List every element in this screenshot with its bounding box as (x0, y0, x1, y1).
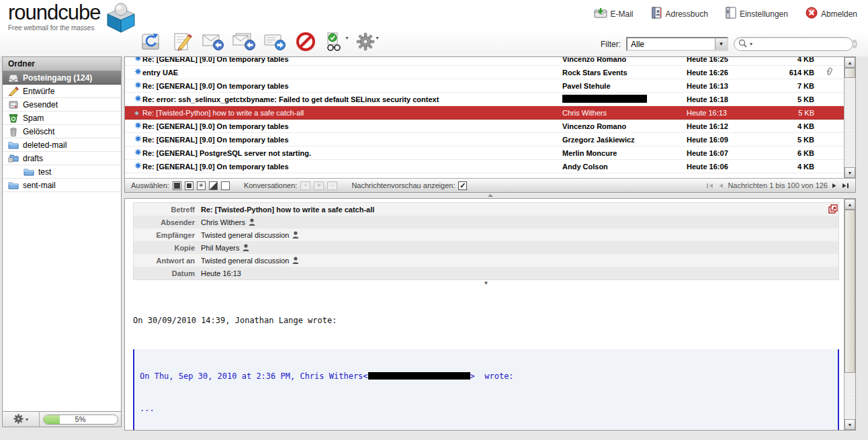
pane-splitter-handle[interactable] (124, 193, 856, 198)
last-page-icon[interactable] (842, 183, 849, 189)
open-in-new-window-icon[interactable] (828, 204, 838, 215)
mail-toolbar: ▾ ▾ (138, 31, 380, 54)
search-box[interactable]: ▾ ✕ (734, 37, 853, 51)
preview-pane-checkbox[interactable]: ✓ (458, 181, 467, 190)
collapse-headers-icon[interactable]: ▼ (133, 280, 839, 287)
scroll-thumb[interactable] (844, 68, 855, 78)
preview-scroll-down-button[interactable]: ▼ (844, 419, 855, 430)
select-all-icon[interactable] (173, 181, 181, 190)
message-row[interactable]: Re: error: ssh_selinux_getctxbyname: Fai… (125, 93, 844, 106)
collapse-all-threads-icon[interactable]: − (327, 181, 337, 190)
next-page-icon[interactable] (832, 183, 838, 189)
reply-all-button[interactable] (231, 31, 257, 54)
message-row[interactable]: entry UAE Rock Stars Events Heute 16:26 … (125, 66, 844, 79)
message-size: 4 KB (764, 122, 814, 130)
filter-label: Filter: (601, 40, 621, 49)
message-row[interactable]: Re: [Twisted-Python] how to write a safe… (125, 106, 844, 120)
search-scope-caret-icon[interactable]: ▾ (750, 41, 752, 47)
folder-icon (7, 140, 19, 150)
contact-person-icon[interactable] (292, 231, 299, 238)
mark-messages-button[interactable]: ▾ (324, 31, 349, 54)
more-actions-caret-icon: ▾ (376, 35, 378, 41)
search-clear-icon[interactable]: ✕ (852, 40, 857, 48)
message-row[interactable]: Re: [GENERAL] [9.0] On temporary tables … (125, 133, 844, 146)
taskbar-logout-label: Abmelden (821, 9, 857, 19)
check-mail-icon (140, 32, 162, 53)
taskbar-addressbook-button[interactable]: Adressbuch (651, 7, 708, 21)
header-field-row: Absender Chris Withers (134, 216, 838, 228)
select-unread-icon[interactable]: ✳ (197, 181, 206, 190)
message-subject: Re: [Twisted-Python] how to write a safe… (142, 109, 562, 117)
scroll-up-button[interactable]: ▲ (844, 57, 855, 68)
taskbar-settings-button[interactable]: Einstellungen (726, 7, 788, 21)
compose-button[interactable] (169, 31, 195, 54)
message-subject: Re: [GENERAL] [9.0] On temporary tables (142, 163, 562, 171)
scroll-down-button[interactable]: ▼ (844, 167, 855, 178)
delete-button[interactable] (293, 31, 318, 54)
message-row[interactable]: Re: [GENERAL] PostgreSQL server not star… (125, 146, 844, 160)
search-input[interactable] (754, 40, 850, 48)
contact-person-icon[interactable] (243, 244, 249, 251)
sidebar-folder-item[interactable]: Spam (3, 112, 121, 125)
reply-button[interactable] (200, 31, 226, 54)
message-row[interactable]: Re: [GENERAL] [9.0] On temporary tables … (125, 79, 844, 93)
message-date: Heute 16:12 (687, 122, 764, 130)
taskbar-email-button[interactable]: E-Mail (594, 7, 634, 20)
sidebar-folder-item[interactable]: Gesendet (3, 98, 121, 112)
select-label: Auswählen: (131, 181, 169, 189)
taskbar-logout-button[interactable]: Abmelden (806, 7, 857, 21)
folder-icon (23, 167, 34, 177)
message-subject: Re: [GENERAL] [9.0] On temporary tables (142, 122, 562, 130)
message-row[interactable]: Re: [GENERAL] [9.0] On temporary tables … (125, 120, 844, 133)
header-field-row: Datum Heute 16:13 (134, 267, 838, 279)
addressbook-icon (651, 7, 662, 21)
sidebar-folder-item[interactable]: sent-mail (3, 179, 121, 192)
message-date: Heute 16:25 (687, 57, 764, 63)
preview-scroll-track[interactable] (844, 210, 855, 419)
preview-scroll-thumb[interactable] (844, 210, 855, 373)
filter-select[interactable]: Alle ▼ (626, 37, 728, 51)
sidebar-folder-item[interactable]: deleted-mail (3, 138, 121, 152)
header-field-label: Kopie (134, 244, 201, 252)
folder-actions-button[interactable]: ▾ (3, 412, 40, 427)
sidebar-folder-item[interactable]: drafts (3, 152, 121, 165)
more-actions-button[interactable]: ▾ (355, 31, 380, 54)
filter-dropdown-button[interactable]: ▼ (715, 38, 727, 50)
message-sender: Andy Colson (562, 163, 687, 171)
header-field-value: Re: [Twisted-Python] how to write a safe… (201, 206, 374, 214)
contact-person-icon[interactable] (292, 257, 299, 264)
header-field-row: Empfänger Twisted general discussion (134, 228, 838, 241)
forward-button[interactable] (262, 31, 288, 54)
trash-icon (7, 126, 19, 137)
sidebar-folder-item[interactable]: test (3, 165, 121, 179)
expand-all-threads-icon[interactable]: + (300, 181, 310, 190)
select-current-page-icon[interactable] (185, 181, 193, 190)
preview-scroll-up-button[interactable]: ▲ (844, 199, 855, 210)
contact-person-icon[interactable] (249, 218, 255, 226)
sidebar-folder-item[interactable]: Posteingang (124) (3, 71, 121, 85)
taskbar: E-Mail Adressbuch (594, 7, 858, 21)
scroll-track[interactable] (844, 68, 855, 167)
first-page-icon[interactable] (706, 183, 713, 189)
message-row[interactable]: Re: [GENERAL] [9.0] On temporary tables … (125, 57, 844, 66)
reply-all-icon (232, 32, 256, 52)
pencil-icon (7, 86, 19, 97)
folder-actions-caret-icon: ▾ (26, 416, 28, 423)
check-mail-button[interactable] (138, 31, 164, 54)
select-none-icon[interactable] (221, 181, 230, 190)
forward-icon (263, 32, 286, 52)
more-actions-gear-icon (356, 32, 375, 52)
folder-list-title: Ordner (3, 57, 121, 71)
previous-page-icon[interactable] (718, 183, 724, 189)
quote-ellipsis: ... (140, 403, 832, 414)
preview-scrollbar[interactable]: ▲ ▼ (844, 199, 855, 430)
header-field-value: Twisted general discussion (201, 257, 289, 265)
sidebar-folder-item[interactable]: Entwürfe (3, 85, 121, 98)
select-invert-icon[interactable] (209, 181, 218, 190)
folder-icon (7, 180, 19, 191)
message-list: Re: [GENERAL] [9.0] On temporary tables … (125, 57, 844, 178)
sidebar-folder-item[interactable]: Gelöscht (3, 125, 121, 138)
message-row[interactable]: Re: [GENERAL] [9.0] On temporary tables … (125, 160, 844, 173)
expand-unread-threads-icon[interactable]: ✳ (314, 181, 324, 190)
message-list-scrollbar[interactable]: ▲ ▼ (844, 57, 855, 178)
